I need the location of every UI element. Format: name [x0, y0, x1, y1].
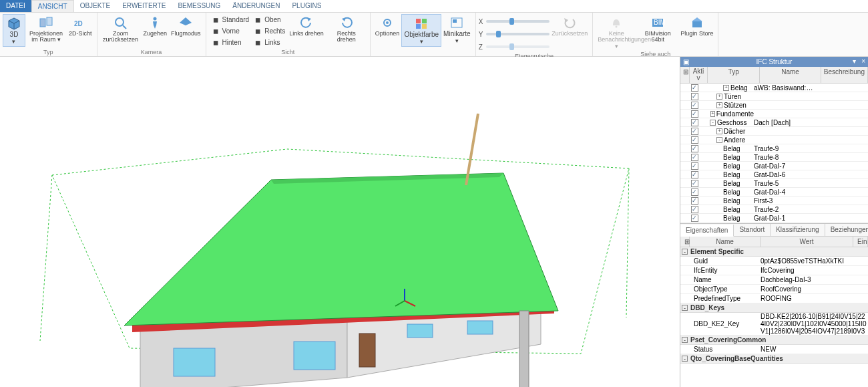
prop-row[interactable]: DBD_KE2_KeyDBD-KE2|2016-10|B91|24I0V15|2… — [680, 313, 868, 336]
prop-row[interactable]: NameDachbelag-DaI-3 — [680, 275, 868, 285]
expander-icon[interactable]: - — [682, 337, 688, 343]
expander-icon[interactable]: + — [716, 102, 722, 108]
row-active[interactable]: ✓ — [690, 136, 699, 144]
tree-row[interactable]: ✓-Andere — [680, 136, 868, 144]
col-aktiv[interactable]: Akti v — [690, 67, 708, 83]
btn-3d[interactable]: 3D▾ — [3, 14, 25, 47]
row-active[interactable]: ✓ — [690, 162, 699, 170]
tree-row[interactable]: ✓-GeschossDach [Dach] — [680, 118, 868, 127]
prop-group-header[interactable]: -Qto_CoveringBaseQuantities — [680, 354, 868, 364]
tree-row[interactable]: ✓BelagGrat-DaI-6 — [680, 170, 868, 179]
prop-row[interactable]: PredefinedTypeROOFING — [680, 294, 868, 303]
btn-optionen[interactable]: Optionen — [373, 14, 402, 38]
btn-plugin-store[interactable]: Plugin Store — [678, 14, 715, 38]
tab-erweiterte[interactable]: ERWEITERTE — [116, 0, 172, 12]
btn-minikarte[interactable]: Minikarte▾ — [441, 14, 473, 45]
expander-icon[interactable]: + — [710, 111, 715, 117]
prop-group-header[interactable]: -Pset_CoveringCommon — [680, 336, 868, 345]
pin-icon[interactable]: ▾ — [853, 57, 856, 65]
expander-icon[interactable]: - — [710, 120, 716, 126]
tree-row[interactable]: ✓+Fundamente — [680, 110, 868, 118]
expander-icon[interactable]: - — [716, 137, 722, 143]
row-active[interactable]: ✓ — [690, 188, 699, 196]
btn-fly[interactable]: Flugmodus — [169, 14, 203, 38]
btn-2d[interactable]: 2D 2D-Sicht — [67, 14, 94, 38]
tree-body[interactable]: ✓+BelagaWB: Basiswand:MW 2...✓+Türen✓+St… — [680, 84, 868, 223]
expander-icon[interactable]: + — [716, 128, 722, 134]
expander-icon[interactable]: - — [682, 249, 688, 255]
expander-icon[interactable]: - — [682, 356, 688, 362]
row-active[interactable]: ✓ — [690, 205, 699, 213]
row-active[interactable]: ✓ — [690, 170, 699, 178]
tree-row[interactable]: ✓BelagTraufe-8 — [680, 153, 868, 162]
btn-rotate-right[interactable]: Rechts drehen — [326, 14, 367, 45]
btn-rotate-left[interactable]: Links drehen — [287, 14, 326, 38]
btn-oben[interactable]: ◼Oben — [251, 14, 287, 25]
tab-aenderungen[interactable]: ÄNDERUNGEN — [226, 0, 286, 12]
prop-header-handle[interactable]: ⊞ — [680, 237, 690, 247]
btn-links[interactable]: ◼Links — [251, 37, 287, 48]
expander-icon[interactable]: - — [682, 305, 688, 311]
btn-hinten[interactable]: ◼Hinten — [209, 37, 252, 48]
tab-file[interactable]: DATEI — [0, 0, 31, 12]
row-active[interactable]: ✓ — [690, 84, 699, 92]
panel-menu-icon[interactable]: ▣ — [683, 58, 689, 66]
slider-x[interactable]: X — [479, 15, 550, 27]
3d-viewport[interactable] — [0, 57, 680, 387]
row-active[interactable]: ✓ — [690, 153, 699, 161]
row-active[interactable]: ✓ — [690, 101, 699, 109]
col-beschreibung[interactable]: Beschreibung — [821, 67, 868, 83]
tree-row[interactable]: ✓BelagFirst-3 — [680, 197, 868, 205]
row-active[interactable]: ✓ — [690, 92, 699, 100]
row-active[interactable]: ✓ — [690, 118, 699, 126]
btn-notifications[interactable]: Keine Benachrichtigungen ▾ — [596, 14, 637, 51]
tab-eigenschaften[interactable]: Eigenschaften — [680, 225, 734, 237]
row-active[interactable]: ✓ — [690, 179, 699, 187]
col-prop-ein[interactable]: Ein — [853, 237, 868, 247]
btn-rechts[interactable]: ◼Rechts — [251, 25, 287, 37]
row-active[interactable]: ✓ — [690, 214, 699, 222]
tab-ansicht[interactable]: ANSICHT — [31, 0, 74, 12]
tree-row[interactable]: ✓+Stützen — [680, 101, 868, 110]
btn-objektfarbe[interactable]: Objektfarbe▾ — [401, 14, 441, 47]
slider-z[interactable]: Z — [479, 41, 550, 53]
prop-row[interactable]: StatusNEW — [680, 345, 868, 354]
tree-row[interactable]: ✓+Dächer — [680, 127, 868, 136]
tree-row[interactable]: ✓BelagGrat-DaI-7 — [680, 162, 868, 170]
row-active[interactable]: ✓ — [690, 127, 699, 135]
prop-row[interactable]: Guid0ptAz$O855veTSTHaXkTKI — [680, 257, 868, 266]
prop-group-header[interactable]: -DBD_Keys — [680, 303, 868, 313]
tree-row[interactable]: ✓BelagTraufe-9 — [680, 144, 868, 153]
tab-beziehungen[interactable]: Beziehungen — [825, 224, 868, 236]
close-icon[interactable]: × — [861, 57, 865, 65]
btn-projektionen[interactable]: Projektionen im Raum ▾ — [25, 14, 67, 45]
row-active[interactable]: ✓ — [690, 110, 699, 118]
btn-zoom-reset[interactable]: Zoom zurücksetzen — [100, 14, 142, 45]
slider-y[interactable]: Y — [479, 28, 550, 40]
col-prop-wert[interactable]: Wert — [761, 237, 853, 247]
tree-row[interactable]: ✓BelagGrat-DaI-4 — [680, 188, 868, 197]
tree-row[interactable]: ✓BelagTraufe-5 — [680, 179, 868, 188]
tab-objekte[interactable]: OBJEKTE — [74, 0, 117, 12]
tree-row[interactable]: ✓BelagTraufe-2 — [680, 205, 868, 214]
tree-row[interactable]: ✓+BelagaWB: Basiswand:MW 2... — [680, 84, 868, 92]
btn-vorne[interactable]: ◼Vorne — [209, 25, 252, 37]
tree-row[interactable]: ✓+Türen — [680, 92, 868, 101]
btn-standard[interactable]: ◼Standard — [209, 14, 252, 25]
col-name[interactable]: Name — [760, 67, 821, 83]
expander-icon[interactable]: + — [723, 85, 729, 91]
tree-header-handle[interactable]: ⊞ — [680, 67, 690, 83]
prop-row[interactable]: IfcEntityIfcCovering — [680, 266, 868, 275]
col-typ[interactable]: Typ — [708, 67, 760, 83]
tab-standort[interactable]: Standort — [734, 224, 771, 236]
row-active[interactable]: ✓ — [690, 144, 699, 152]
btn-slider-reset[interactable]: Zurücksetzen — [550, 14, 590, 38]
col-prop-name[interactable]: Name — [690, 237, 761, 247]
prop-row[interactable]: ObjectTypeRoofCovering — [680, 285, 868, 294]
prop-body[interactable]: -Element SpecificGuid0ptAz$O855veTSTHaXk… — [680, 247, 868, 387]
tree-row[interactable]: ✓BelagGrat-DaI-1 — [680, 214, 868, 223]
tab-bemessung[interactable]: BEMESSUNG — [172, 0, 226, 12]
tab-klassifizierung[interactable]: Klassifizierung — [771, 224, 825, 236]
expander-icon[interactable]: + — [716, 94, 722, 100]
tab-plugins[interactable]: PLUGINS — [286, 0, 327, 12]
